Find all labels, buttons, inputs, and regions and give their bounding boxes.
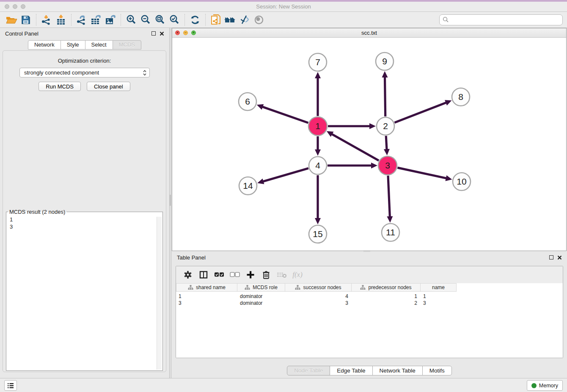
mcds-result-scrollbar[interactable] <box>157 217 162 370</box>
graph-node-8[interactable]: 8 <box>452 88 470 106</box>
graph-node-15[interactable]: 15 <box>309 225 327 243</box>
tab-mcds[interactable]: MCDS <box>113 40 141 50</box>
panel-splitter[interactable] <box>169 28 171 378</box>
list-icon <box>7 382 14 389</box>
zoom-in-button[interactable] <box>124 14 138 26</box>
memory-button[interactable]: Memory <box>527 380 563 391</box>
graph-node-1[interactable]: 1 <box>308 117 327 135</box>
tab-edge-table[interactable]: Edge Table <box>330 366 372 375</box>
graph-edge-arrowhead <box>315 218 321 224</box>
import-network-button[interactable] <box>39 14 54 26</box>
tab-style[interactable]: Style <box>61 40 85 50</box>
network-window-title: scc.txt <box>172 30 566 36</box>
network-canvas[interactable]: 7968124314101511 <box>172 38 566 251</box>
export-network-button[interactable] <box>74 14 89 26</box>
delete-table-button[interactable] <box>275 268 289 281</box>
import-table-button[interactable] <box>54 14 68 26</box>
chevron-updown-icon <box>143 69 147 76</box>
zoom-selected-button[interactable] <box>167 14 182 26</box>
deselect-all-columns-button[interactable] <box>228 268 242 281</box>
graph-node-10[interactable]: 10 <box>453 173 471 190</box>
criterion-dropdown[interactable]: strongly connected component <box>19 68 150 77</box>
control-panel-titlebar: Control Panel <box>0 28 169 39</box>
graph-node-4[interactable]: 4 <box>309 157 327 174</box>
graph-node-label: 4 <box>315 160 320 170</box>
toggle-column-display-button[interactable] <box>197 268 210 281</box>
mcds-result-list[interactable]: 1 3 <box>7 216 162 370</box>
close-panel-button[interactable]: Close panel <box>87 82 130 91</box>
graph-edge-arrowhead <box>315 72 321 78</box>
graph-edge[interactable] <box>397 168 447 178</box>
control-panel-close-icon[interactable] <box>160 31 164 36</box>
search-input[interactable] <box>451 17 559 23</box>
criterion-value: strongly connected component <box>24 69 143 76</box>
table-row[interactable]: 1 dominator 4 1 1 <box>176 293 563 300</box>
graph-node-11[interactable]: 11 <box>382 224 399 241</box>
export-table-button[interactable] <box>89 14 103 26</box>
graph-edge[interactable] <box>261 107 308 123</box>
tab-select[interactable]: Select <box>85 40 113 50</box>
export-table-icon <box>90 14 102 25</box>
control-panel-float-icon[interactable] <box>151 31 156 36</box>
graph-node-2[interactable]: 2 <box>377 117 394 135</box>
tab-network-table[interactable]: Network Table <box>372 366 423 375</box>
save-session-button[interactable] <box>19 14 33 26</box>
apply-function-button[interactable]: f(x) <box>291 268 304 281</box>
tab-node-table[interactable]: Node Table <box>287 366 330 375</box>
app-minimize-button[interactable] <box>13 4 17 9</box>
graph-node-14[interactable]: 14 <box>239 177 257 195</box>
tab-motifs[interactable]: Motifs <box>422 366 452 375</box>
open-session-button[interactable] <box>4 14 19 26</box>
graph-node-7[interactable]: 7 <box>309 53 327 71</box>
graph-edge[interactable] <box>331 134 379 161</box>
eye-button[interactable] <box>252 14 266 26</box>
splitter-handle[interactable] <box>170 195 171 206</box>
column-header-successor-nodes[interactable]: successor nodes <box>285 283 352 292</box>
table-panel-close-icon[interactable] <box>557 255 562 260</box>
tab-network[interactable]: Network <box>28 40 61 50</box>
add-column-button[interactable] <box>244 268 257 281</box>
unchecked-boxes-icon <box>230 272 240 278</box>
column-header-name[interactable]: name <box>421 283 457 292</box>
column-header-shared-name[interactable]: shared name <box>176 283 237 292</box>
toggle-graphics-details-button[interactable] <box>237 14 252 26</box>
select-all-columns-button[interactable] <box>212 268 226 281</box>
zoom-out-button[interactable] <box>138 14 153 26</box>
column-header-mcds-role[interactable]: MCDS role <box>237 283 285 292</box>
task-history-button[interactable] <box>4 380 17 391</box>
gear-icon <box>184 271 192 279</box>
refresh-button[interactable] <box>188 14 202 26</box>
column-label: name <box>432 284 445 290</box>
zoom-fit-icon <box>154 14 165 25</box>
graph-edge-arrowhead <box>371 163 377 168</box>
table-settings-button[interactable] <box>181 268 195 281</box>
cell-mcds-role: dominator <box>237 293 285 300</box>
home-session-button[interactable] <box>223 14 237 26</box>
fx-icon: f(x) <box>292 271 303 279</box>
run-mcds-button[interactable]: Run MCDS <box>39 82 81 91</box>
app-close-button[interactable] <box>5 4 9 9</box>
table-row[interactable]: 3 dominator 3 2 3 <box>176 300 563 306</box>
graph-edge[interactable] <box>385 76 385 116</box>
new-network-from-file-button[interactable] <box>209 14 223 26</box>
graph-node-9[interactable]: 9 <box>376 52 394 70</box>
mcds-result-box: MCDS result (2 nodes) 1 3 <box>6 209 163 371</box>
table-panel-float-icon[interactable] <box>549 255 553 259</box>
graph-edge[interactable] <box>262 168 308 182</box>
export-image-button[interactable] <box>103 14 118 26</box>
graph-edge-arrowhead <box>445 175 452 181</box>
graph-edge[interactable] <box>386 136 387 150</box>
graph-node-label: 1 <box>315 121 320 131</box>
search-box[interactable] <box>439 14 563 25</box>
delete-columns-button[interactable] <box>259 268 273 281</box>
graph-node-3[interactable]: 3 <box>378 156 397 175</box>
app-window-controls[interactable] <box>0 4 25 9</box>
eye-icon <box>253 15 264 25</box>
column-header-predecessor-nodes[interactable]: predecessor nodes <box>352 283 421 292</box>
graph-node-6[interactable]: 6 <box>239 93 256 110</box>
app-zoom-button[interactable] <box>21 4 25 9</box>
graph-edge[interactable] <box>394 102 447 123</box>
graph-edge[interactable] <box>388 176 390 218</box>
trash-icon <box>262 271 270 279</box>
zoom-fit-button[interactable] <box>153 14 167 26</box>
